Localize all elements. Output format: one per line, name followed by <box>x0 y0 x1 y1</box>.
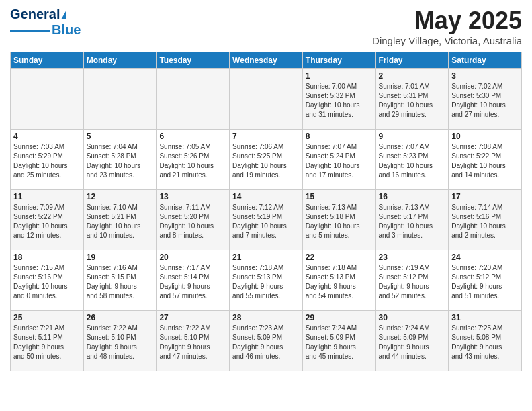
day-number: 12 <box>87 192 154 201</box>
day-info: Sunrise: 7:12 AMSunset: 5:19 PMDaylight:… <box>232 203 300 240</box>
week-row-2: 4Sunrise: 7:03 AMSunset: 5:29 PMDaylight… <box>11 130 522 190</box>
day-info: Sunrise: 7:18 AMSunset: 5:13 PMDaylight:… <box>306 263 373 301</box>
day-cell: 28Sunrise: 7:23 AMSunset: 5:09 PMDayligh… <box>230 311 303 371</box>
day-number: 11 <box>13 192 81 201</box>
day-info: Sunrise: 7:21 AMSunset: 5:11 PMDaylight:… <box>13 324 81 361</box>
day-cell: 2Sunrise: 7:01 AMSunset: 5:31 PMDaylight… <box>375 69 449 130</box>
day-cell <box>230 69 303 130</box>
day-cell: 16Sunrise: 7:13 AMSunset: 5:17 PMDayligh… <box>375 190 449 250</box>
day-number: 19 <box>87 253 154 262</box>
day-number: 1 <box>306 71 373 81</box>
header-sunday: Sunday <box>11 52 84 69</box>
day-cell: 21Sunrise: 7:18 AMSunset: 5:13 PMDayligh… <box>230 250 303 311</box>
day-cell: 23Sunrise: 7:19 AMSunset: 5:12 PMDayligh… <box>375 250 449 311</box>
day-info: Sunrise: 7:24 AMSunset: 5:09 PMDaylight:… <box>379 324 446 361</box>
day-info: Sunrise: 7:18 AMSunset: 5:13 PMDaylight:… <box>232 263 300 301</box>
day-info: Sunrise: 7:09 AMSunset: 5:22 PMDaylight:… <box>13 203 81 240</box>
day-cell: 11Sunrise: 7:09 AMSunset: 5:22 PMDayligh… <box>11 190 84 250</box>
day-cell: 7Sunrise: 7:06 AMSunset: 5:25 PMDaylight… <box>230 130 303 190</box>
header-thursday: Thursday <box>302 52 375 69</box>
day-cell: 31Sunrise: 7:25 AMSunset: 5:08 PMDayligh… <box>449 311 522 371</box>
day-number: 8 <box>306 132 373 141</box>
day-number: 7 <box>232 132 300 141</box>
day-cell: 8Sunrise: 7:07 AMSunset: 5:24 PMDaylight… <box>302 130 375 190</box>
day-info: Sunrise: 7:19 AMSunset: 5:12 PMDaylight:… <box>379 263 446 301</box>
day-number: 3 <box>451 71 519 81</box>
day-info: Sunrise: 7:17 AMSunset: 5:14 PMDaylight:… <box>159 263 226 301</box>
day-info: Sunrise: 7:02 AMSunset: 5:30 PMDaylight:… <box>451 82 519 120</box>
day-info: Sunrise: 7:14 AMSunset: 5:16 PMDaylight:… <box>451 203 519 240</box>
day-cell: 12Sunrise: 7:10 AMSunset: 5:21 PMDayligh… <box>83 190 157 250</box>
day-number: 31 <box>451 313 519 322</box>
day-number: 5 <box>87 132 154 141</box>
logo-blue: Blue <box>52 22 81 38</box>
day-info: Sunrise: 7:03 AMSunset: 5:29 PMDaylight:… <box>13 142 81 180</box>
day-number: 25 <box>13 313 81 322</box>
day-number: 28 <box>232 313 300 322</box>
day-number: 13 <box>159 192 226 201</box>
day-info: Sunrise: 7:25 AMSunset: 5:08 PMDaylight:… <box>451 324 519 361</box>
header-tuesday: Tuesday <box>157 52 230 69</box>
day-cell: 5Sunrise: 7:04 AMSunset: 5:28 PMDaylight… <box>83 130 157 190</box>
day-cell: 30Sunrise: 7:24 AMSunset: 5:09 PMDayligh… <box>375 311 449 371</box>
day-cell: 9Sunrise: 7:07 AMSunset: 5:23 PMDaylight… <box>375 130 449 190</box>
day-info: Sunrise: 7:22 AMSunset: 5:10 PMDaylight:… <box>87 324 154 361</box>
day-info: Sunrise: 7:24 AMSunset: 5:09 PMDaylight:… <box>306 324 373 361</box>
day-cell: 18Sunrise: 7:15 AMSunset: 5:16 PMDayligh… <box>11 250 84 311</box>
day-cell: 26Sunrise: 7:22 AMSunset: 5:10 PMDayligh… <box>83 311 157 371</box>
day-info: Sunrise: 7:20 AMSunset: 5:12 PMDaylight:… <box>451 263 519 301</box>
logo-triangle-icon <box>61 10 66 19</box>
day-number: 17 <box>451 192 519 201</box>
day-info: Sunrise: 7:15 AMSunset: 5:16 PMDaylight:… <box>13 263 81 301</box>
day-cell: 13Sunrise: 7:11 AMSunset: 5:20 PMDayligh… <box>157 190 230 250</box>
day-info: Sunrise: 7:13 AMSunset: 5:18 PMDaylight:… <box>306 203 373 240</box>
day-info: Sunrise: 7:23 AMSunset: 5:09 PMDaylight:… <box>232 324 300 361</box>
day-number: 16 <box>379 192 446 201</box>
day-cell: 15Sunrise: 7:13 AMSunset: 5:18 PMDayligh… <box>302 190 375 250</box>
header-wednesday: Wednesday <box>230 52 303 69</box>
day-cell: 20Sunrise: 7:17 AMSunset: 5:14 PMDayligh… <box>157 250 230 311</box>
week-row-5: 25Sunrise: 7:21 AMSunset: 5:11 PMDayligh… <box>11 311 522 371</box>
day-number: 29 <box>306 313 373 322</box>
location-title: Dingley Village, Victoria, Australia <box>372 35 522 46</box>
day-number: 26 <box>87 313 154 322</box>
day-info: Sunrise: 7:04 AMSunset: 5:28 PMDaylight:… <box>87 142 154 180</box>
day-cell: 29Sunrise: 7:24 AMSunset: 5:09 PMDayligh… <box>302 311 375 371</box>
calendar-header-row: SundayMondayTuesdayWednesdayThursdayFrid… <box>11 52 522 69</box>
day-info: Sunrise: 7:11 AMSunset: 5:20 PMDaylight:… <box>159 203 226 240</box>
day-info: Sunrise: 7:05 AMSunset: 5:26 PMDaylight:… <box>159 142 226 180</box>
day-number: 4 <box>13 132 81 141</box>
day-number: 21 <box>232 253 300 262</box>
day-cell: 25Sunrise: 7:21 AMSunset: 5:11 PMDayligh… <box>11 311 84 371</box>
day-cell: 24Sunrise: 7:20 AMSunset: 5:12 PMDayligh… <box>449 250 522 311</box>
day-info: Sunrise: 7:10 AMSunset: 5:21 PMDaylight:… <box>87 203 154 240</box>
day-cell: 1Sunrise: 7:00 AMSunset: 5:32 PMDaylight… <box>302 69 375 130</box>
day-info: Sunrise: 7:22 AMSunset: 5:10 PMDaylight:… <box>159 324 226 361</box>
day-info: Sunrise: 7:16 AMSunset: 5:15 PMDaylight:… <box>87 263 154 301</box>
day-cell: 17Sunrise: 7:14 AMSunset: 5:16 PMDayligh… <box>449 190 522 250</box>
header-monday: Monday <box>83 52 157 69</box>
day-cell: 22Sunrise: 7:18 AMSunset: 5:13 PMDayligh… <box>302 250 375 311</box>
week-row-4: 18Sunrise: 7:15 AMSunset: 5:16 PMDayligh… <box>11 250 522 311</box>
logo: General Blue <box>10 7 81 38</box>
day-info: Sunrise: 7:07 AMSunset: 5:24 PMDaylight:… <box>306 142 373 180</box>
day-info: Sunrise: 7:08 AMSunset: 5:22 PMDaylight:… <box>451 142 519 180</box>
day-cell: 14Sunrise: 7:12 AMSunset: 5:19 PMDayligh… <box>230 190 303 250</box>
day-cell <box>157 69 230 130</box>
day-number: 2 <box>379 71 446 81</box>
header-saturday: Saturday <box>449 52 522 69</box>
day-number: 9 <box>379 132 446 141</box>
logo-line <box>10 30 50 32</box>
day-info: Sunrise: 7:06 AMSunset: 5:25 PMDaylight:… <box>232 142 300 180</box>
day-cell: 19Sunrise: 7:16 AMSunset: 5:15 PMDayligh… <box>83 250 157 311</box>
day-info: Sunrise: 7:13 AMSunset: 5:17 PMDaylight:… <box>379 203 446 240</box>
logo-general: General <box>10 7 60 22</box>
day-number: 23 <box>379 253 446 262</box>
calendar-table: SundayMondayTuesdayWednesdayThursdayFrid… <box>10 52 522 371</box>
week-row-3: 11Sunrise: 7:09 AMSunset: 5:22 PMDayligh… <box>11 190 522 250</box>
header-friday: Friday <box>375 52 449 69</box>
day-number: 22 <box>306 253 373 262</box>
day-info: Sunrise: 7:00 AMSunset: 5:32 PMDaylight:… <box>306 82 373 120</box>
day-cell: 27Sunrise: 7:22 AMSunset: 5:10 PMDayligh… <box>157 311 230 371</box>
day-number: 15 <box>306 192 373 201</box>
